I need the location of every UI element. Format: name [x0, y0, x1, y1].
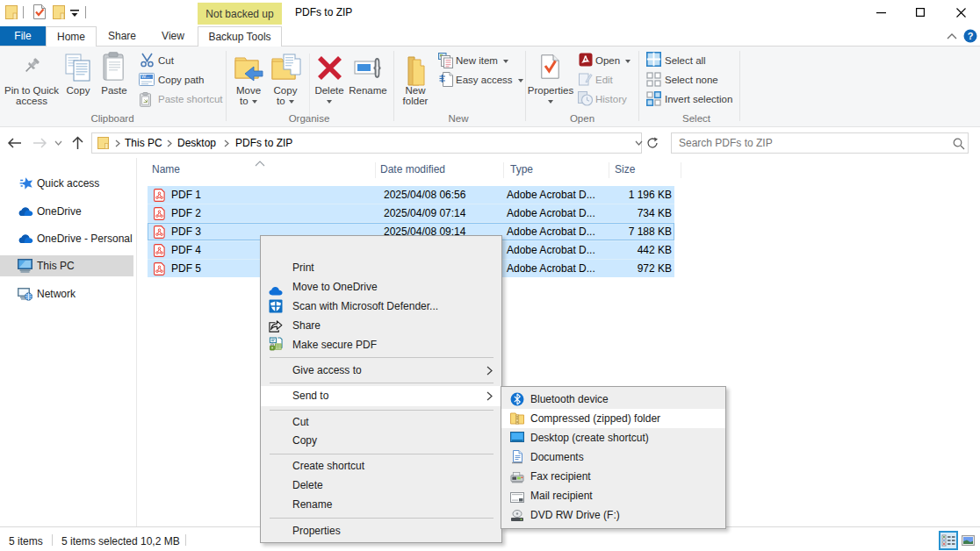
svg-text:?: ?	[968, 31, 974, 41]
svg-text:W...: W...	[141, 74, 150, 79]
